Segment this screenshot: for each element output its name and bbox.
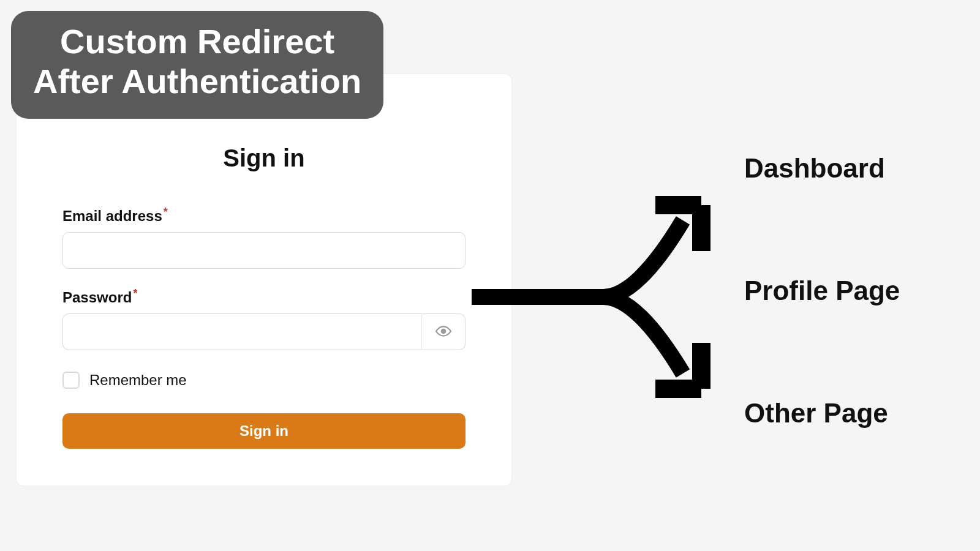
required-asterisk: * — [164, 206, 168, 218]
password-label-text: Password — [62, 289, 132, 305]
eye-icon — [435, 323, 451, 341]
password-field-group: Password* — [62, 287, 466, 350]
remember-checkbox[interactable] — [62, 372, 80, 389]
destination-other-page: Other Page — [744, 398, 900, 429]
email-label: Email address* — [62, 206, 466, 225]
remember-row: Remember me — [62, 372, 466, 389]
destination-list: Dashboard Profile Page Other Page — [744, 153, 900, 429]
card-title: Sign in — [62, 144, 466, 172]
password-input[interactable] — [62, 313, 421, 350]
required-asterisk: * — [133, 287, 137, 299]
password-label: Password* — [62, 287, 466, 306]
branching-arrow-icon — [472, 187, 729, 407]
remember-label: Remember me — [89, 372, 187, 389]
toggle-password-visibility-button[interactable] — [421, 313, 466, 350]
email-label-text: Email address — [62, 208, 162, 224]
title-banner: Custom Redirect After Authentication — [11, 11, 383, 119]
banner-line-1: Custom Redirect — [60, 22, 334, 61]
signin-button[interactable]: Sign in — [62, 413, 466, 449]
email-input[interactable] — [62, 232, 466, 269]
destination-profile-page: Profile Page — [744, 276, 900, 306]
signin-card: Sign in Email address* Password* Rememb — [16, 73, 512, 486]
svg-point-0 — [442, 329, 446, 333]
banner-line-2: After Authentication — [33, 62, 361, 100]
destination-dashboard: Dashboard — [744, 153, 900, 184]
email-field-group: Email address* — [62, 206, 466, 269]
password-input-wrap — [62, 313, 466, 350]
